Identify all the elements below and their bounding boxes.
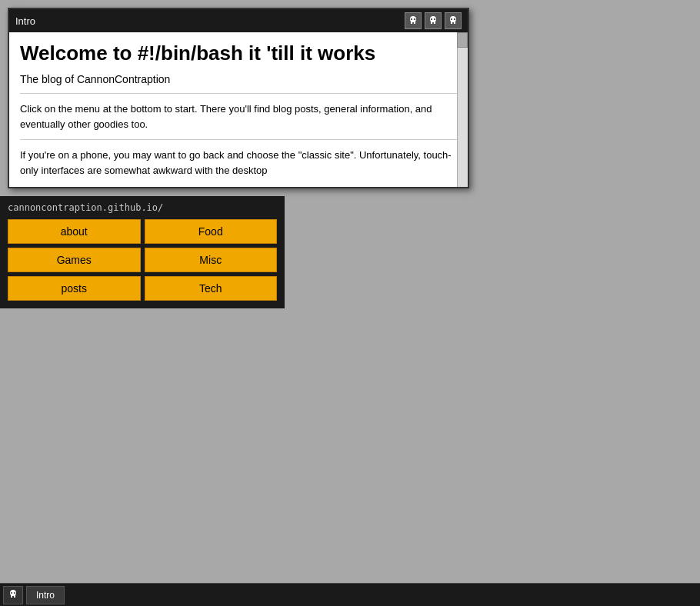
svg-rect-16 xyxy=(11,595,12,598)
start-icon xyxy=(7,589,19,601)
taskbar-intro-label: Intro xyxy=(36,590,55,601)
taskbar: Intro xyxy=(0,583,700,606)
skull-icon-3 xyxy=(448,15,458,26)
svg-rect-7 xyxy=(434,22,435,24)
titlebar-btn-2[interactable] xyxy=(425,12,442,29)
svg-rect-11 xyxy=(451,22,452,24)
svg-point-14 xyxy=(454,18,455,20)
svg-point-19 xyxy=(14,592,15,594)
blog-subtitle: The blog of CannonContraption xyxy=(20,73,457,94)
window-titlebar: Intro xyxy=(9,9,468,32)
svg-rect-2 xyxy=(414,22,415,24)
nav-buttons-grid: about Food Games Misc posts Tech xyxy=(8,219,277,301)
svg-rect-17 xyxy=(14,595,15,598)
svg-rect-12 xyxy=(454,22,455,24)
taskbar-start-button[interactable] xyxy=(3,586,23,604)
nav-btn-posts[interactable]: posts xyxy=(8,276,141,301)
skull-icon-2 xyxy=(428,15,438,26)
nav-btn-about[interactable]: about xyxy=(8,219,141,244)
window-title: Intro xyxy=(15,15,35,27)
window-scrollbar[interactable] xyxy=(457,32,468,187)
blog-title: Welcome to #!/bin/bash it 'till it works xyxy=(20,42,457,65)
svg-point-3 xyxy=(411,18,412,20)
svg-point-13 xyxy=(451,18,452,20)
nav-btn-games[interactable]: Games xyxy=(8,248,141,272)
nav-panel: cannoncontraption.github.io/ about Food … xyxy=(0,196,285,308)
svg-point-18 xyxy=(11,592,12,594)
svg-point-4 xyxy=(414,18,415,20)
titlebar-buttons xyxy=(405,12,462,29)
scrollbar-thumb[interactable] xyxy=(457,32,468,48)
titlebar-btn-3[interactable] xyxy=(445,12,462,29)
skull-icon-1 xyxy=(408,15,418,26)
svg-point-9 xyxy=(434,18,435,20)
intro-paragraph-1: Click on the menu at the bottom to start… xyxy=(20,102,457,140)
svg-point-8 xyxy=(431,18,432,20)
nav-btn-misc[interactable]: Misc xyxy=(145,248,278,272)
desktop: Intro xyxy=(0,0,700,606)
svg-rect-6 xyxy=(431,22,432,24)
nav-btn-tech[interactable]: Tech xyxy=(145,276,278,301)
titlebar-btn-1[interactable] xyxy=(405,12,422,29)
nav-btn-food[interactable]: Food xyxy=(145,219,278,244)
taskbar-intro-btn[interactable]: Intro xyxy=(26,586,65,604)
window-content: Welcome to #!/bin/bash it 'till it works… xyxy=(9,32,468,187)
nav-url: cannoncontraption.github.io/ xyxy=(8,202,277,213)
intro-paragraph-2: If you're on a phone, you may want to go… xyxy=(20,148,457,178)
svg-rect-1 xyxy=(411,22,412,24)
intro-window: Intro xyxy=(8,8,469,188)
